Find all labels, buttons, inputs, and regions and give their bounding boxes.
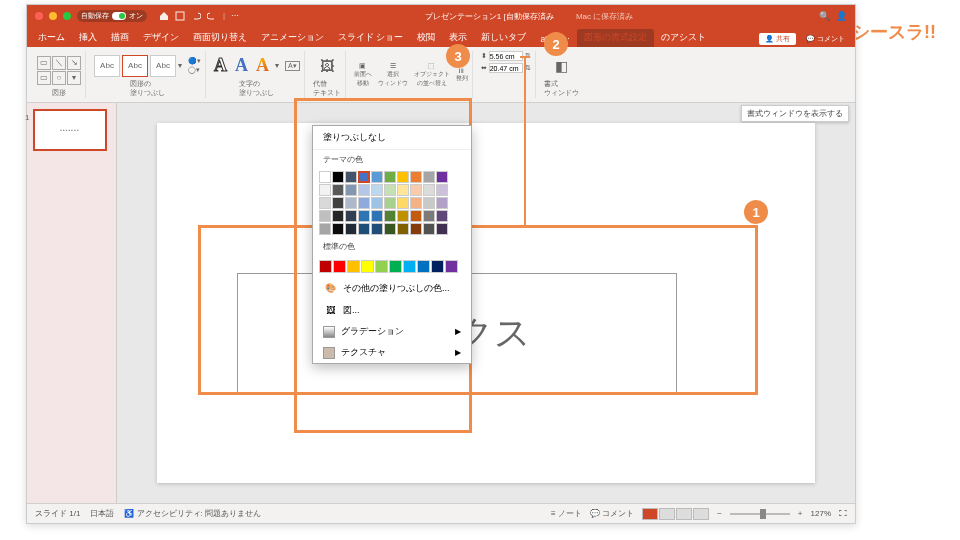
color-swatch[interactable] — [371, 210, 383, 222]
color-swatch[interactable] — [345, 223, 357, 235]
color-swatch[interactable] — [397, 171, 409, 183]
color-swatch[interactable] — [384, 197, 396, 209]
color-swatch[interactable] — [384, 210, 396, 222]
color-swatch[interactable] — [371, 223, 383, 235]
style-preset-3[interactable]: Abc — [150, 55, 176, 77]
width-input[interactable] — [489, 63, 523, 73]
more-fill-colors[interactable]: 🎨 その他の塗りつぶしの色... — [313, 277, 471, 299]
color-swatch[interactable] — [384, 223, 396, 235]
save-icon[interactable] — [175, 11, 185, 21]
color-swatch[interactable] — [397, 210, 409, 222]
color-swatch[interactable] — [436, 223, 448, 235]
wordart-preset-2[interactable]: A — [235, 55, 248, 76]
color-swatch[interactable] — [358, 197, 370, 209]
selection-pane-icon[interactable]: ☰ — [390, 62, 396, 69]
color-swatch[interactable] — [358, 171, 370, 183]
color-swatch[interactable] — [423, 184, 435, 196]
home-icon[interactable] — [159, 11, 169, 21]
slide-canvas[interactable]: ボックス — [157, 123, 815, 483]
zoom-level[interactable]: 127% — [811, 509, 831, 518]
tab-design[interactable]: デザイン — [136, 29, 186, 47]
color-swatch[interactable] — [410, 223, 422, 235]
style-more-icon[interactable]: ▾ — [178, 61, 182, 70]
color-swatch[interactable] — [332, 223, 344, 235]
color-swatch[interactable] — [423, 171, 435, 183]
shape-arrow-icon[interactable]: ↘ — [67, 56, 81, 70]
notes-button[interactable]: ≡ ノート — [551, 508, 582, 519]
color-swatch[interactable] — [345, 184, 357, 196]
zoom-in-icon[interactable]: + — [798, 509, 803, 518]
sorter-view-icon[interactable] — [659, 508, 675, 520]
color-swatch[interactable] — [319, 171, 331, 183]
color-swatch[interactable] — [436, 210, 448, 222]
style-preset-1[interactable]: Abc — [94, 55, 120, 77]
shape-oval-icon[interactable]: ○ — [52, 71, 66, 85]
minimize-icon[interactable] — [49, 12, 57, 20]
tab-animations[interactable]: アニメーション — [254, 29, 331, 47]
tab-shape-format[interactable]: 図形の書式設定 — [577, 29, 654, 47]
comments-toggle[interactable]: 💬 コメント — [590, 508, 634, 519]
color-swatch[interactable] — [358, 184, 370, 196]
color-swatch[interactable] — [384, 171, 396, 183]
normal-view-icon[interactable] — [642, 508, 658, 520]
color-swatch[interactable] — [347, 260, 360, 273]
user-icon[interactable]: 👤 — [836, 11, 847, 21]
color-swatch[interactable] — [332, 184, 344, 196]
color-swatch[interactable] — [423, 223, 435, 235]
color-swatch[interactable] — [410, 210, 422, 222]
alt-text-icon[interactable]: 🖼 — [320, 58, 334, 74]
color-swatch[interactable] — [332, 210, 344, 222]
color-swatch[interactable] — [371, 184, 383, 196]
tab-insert[interactable]: 挿入 — [72, 29, 104, 47]
color-swatch[interactable] — [410, 184, 422, 196]
reorder-icon[interactable]: ⬚ — [428, 62, 435, 69]
shape-rect-icon[interactable]: ▭ — [37, 71, 51, 85]
tab-draw[interactable]: 描画 — [104, 29, 136, 47]
style-preset-2[interactable]: Abc — [122, 55, 148, 77]
search-icon[interactable]: 🔍 — [819, 11, 830, 21]
undo-icon[interactable] — [191, 11, 201, 21]
color-swatch[interactable] — [397, 223, 409, 235]
fill-icon[interactable]: 🔵▾ — [188, 57, 201, 65]
color-swatch[interactable] — [423, 210, 435, 222]
color-swatch[interactable] — [371, 197, 383, 209]
comments-button[interactable]: 💬 コメント — [800, 33, 851, 45]
color-swatch[interactable] — [358, 223, 370, 235]
color-swatch[interactable] — [397, 184, 409, 196]
slideshow-view-icon[interactable] — [693, 508, 709, 520]
color-swatch[interactable] — [417, 260, 430, 273]
wordart-preset-3[interactable]: A — [256, 55, 269, 76]
color-swatch[interactable] — [319, 223, 331, 235]
picture-fill[interactable]: 🖼 図... — [313, 299, 471, 321]
color-swatch[interactable] — [319, 260, 332, 273]
fit-window-icon[interactable]: ⛶ — [839, 509, 847, 518]
maximize-icon[interactable] — [63, 12, 71, 20]
tab-design-assist[interactable]: のアシスト — [654, 29, 713, 47]
tab-new[interactable]: 新しいタブ — [474, 29, 533, 47]
height-input[interactable] — [489, 51, 523, 61]
tab-home[interactable]: ホーム — [31, 29, 72, 47]
autosave-toggle[interactable]: 自動保存 オン — [77, 10, 147, 22]
color-swatch[interactable] — [319, 197, 331, 209]
color-swatch[interactable] — [436, 197, 448, 209]
gradient-fill[interactable]: グラデーション▶ — [313, 321, 471, 342]
shape-more-icon[interactable]: ▾ — [67, 71, 81, 85]
color-swatch[interactable] — [375, 260, 388, 273]
color-swatch[interactable] — [319, 210, 331, 222]
color-swatch[interactable] — [436, 184, 448, 196]
reading-view-icon[interactable] — [676, 508, 692, 520]
color-swatch[interactable] — [445, 260, 458, 273]
shape-line-icon[interactable]: ＼ — [52, 56, 66, 70]
wordart-preset-1[interactable]: A — [214, 55, 227, 76]
color-swatch[interactable] — [345, 171, 357, 183]
color-swatch[interactable] — [361, 260, 374, 273]
color-swatch[interactable] — [410, 197, 422, 209]
share-button[interactable]: 👤 共有 — [759, 33, 796, 45]
color-swatch[interactable] — [358, 210, 370, 222]
wordart-more-icon[interactable]: ▾ — [275, 61, 279, 70]
no-fill-option[interactable]: 塗りつぶしなし — [313, 126, 471, 150]
slide-thumbnail-1[interactable]: 1 ▪▪▪▪▪▪▪ — [33, 109, 107, 151]
accessibility-status[interactable]: ♿ アクセシビリティ: 問題ありません — [124, 508, 261, 519]
texture-fill[interactable]: テクスチャ▶ — [313, 342, 471, 363]
tab-review[interactable]: 校閲 — [410, 29, 442, 47]
